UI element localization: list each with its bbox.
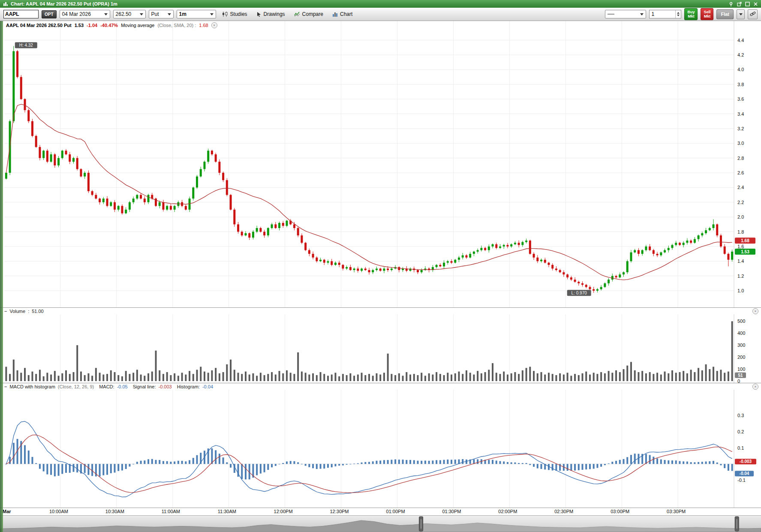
time-tick-label: 12:30PM — [330, 509, 349, 514]
time-tick-label: 10:00AM — [49, 509, 68, 514]
svg-text:0.1: 0.1 — [737, 445, 744, 451]
svg-text:L: 0.970: L: 0.970 — [572, 291, 587, 295]
svg-text:0: 0 — [737, 379, 740, 383]
macd-chart-canvas[interactable]: 0.30.20.1-0.1-0.003-0.04 — [0, 390, 761, 508]
time-tick-label: 01:30PM — [442, 509, 461, 514]
chevron-down-icon — [168, 13, 171, 15]
buy-mkt-button[interactable]: BuyMkt — [684, 8, 698, 20]
symbol-input[interactable] — [3, 10, 39, 18]
svg-text:3.2: 3.2 — [737, 126, 744, 131]
legend-study-name: Moving average — [121, 23, 154, 28]
collapse-volume-icon[interactable]: − — [4, 309, 7, 314]
svg-text:2.0: 2.0 — [737, 214, 744, 219]
title-bar[interactable]: Chart: AAPL 04 Mar 2026 262.50 Put (OPRA… — [0, 0, 761, 8]
put-call-select[interactable]: Put — [149, 10, 174, 18]
svg-text:1.6: 1.6 — [737, 244, 744, 249]
strike-select[interactable]: 262.50 — [113, 10, 146, 18]
time-tick-label: 10:30AM — [105, 509, 124, 514]
popout-icon[interactable] — [737, 1, 742, 7]
time-tick-label: 03:00PM — [611, 509, 629, 514]
link-windows-button[interactable] — [748, 9, 758, 19]
legend-study-params: (Close, SMA, 20) : — [157, 23, 196, 28]
timeframe-select[interactable]: 1m — [177, 10, 216, 18]
price-panel: AAPL 04 Mar 2026 262.50 Put 1.53 -1.04 -… — [0, 21, 761, 307]
signal-value: -0.003 — [159, 384, 172, 389]
pin-icon[interactable] — [728, 1, 734, 7]
time-tick-label: 02:30PM — [554, 509, 573, 514]
svg-text:3.4: 3.4 — [737, 111, 744, 117]
chevron-down-icon — [640, 13, 644, 15]
window-title: Chart: AAPL 04 Mar 2026 262.50 Put (OPRA… — [11, 1, 117, 6]
svg-text:-0.003: -0.003 — [740, 459, 752, 464]
time-axis: Mar10:00AM10:30AM11:00AM11:30AM12:00PM12… — [0, 508, 761, 515]
drawings-icon — [256, 12, 262, 17]
link-icon — [750, 11, 756, 17]
macd-params: (Close, 12, 26, 9) — [58, 384, 94, 389]
empty-selection-dash — [608, 14, 614, 15]
chart-window: Chart: AAPL 04 Mar 2026 262.50 Put (OPRA… — [0, 0, 761, 532]
svg-text:-0.04: -0.04 — [740, 471, 749, 476]
svg-text:2.6: 2.6 — [737, 170, 744, 175]
volume-panel-header: − Volume : 51.00 × — [0, 307, 761, 314]
more-orders-dropdown-button[interactable] — [737, 9, 745, 19]
maximize-icon[interactable] — [745, 1, 750, 7]
macd-panel-header: − MACD with histogram (Close, 12, 26, 9)… — [0, 383, 761, 390]
sell-mkt-button[interactable]: SellMkt — [701, 8, 713, 20]
legend-last-price: 1.53 — [75, 23, 84, 28]
time-tick-label: 11:30AM — [218, 509, 236, 514]
collapse-macd-icon[interactable]: − — [4, 384, 7, 389]
time-tick-label: 03:30PM — [667, 509, 686, 514]
time-tick-label: 11:00AM — [162, 509, 180, 514]
compare-button[interactable]: Compare — [291, 10, 326, 18]
time-tick-label: 12:00PM — [274, 509, 293, 514]
svg-text:1.53: 1.53 — [741, 249, 749, 254]
svg-text:1.8: 1.8 — [737, 229, 744, 234]
expiry-select[interactable]: 04 Mar 2026 — [60, 10, 110, 18]
spin-down-icon[interactable] — [677, 15, 680, 16]
overview-canvas[interactable] — [0, 516, 761, 532]
svg-text:0.2: 0.2 — [737, 429, 744, 434]
legend-study-value: 1.68 — [199, 23, 208, 28]
overview-scrollbar[interactable] — [0, 515, 761, 532]
svg-text:4.0: 4.0 — [737, 67, 744, 72]
price-chart-canvas[interactable]: 4.44.24.03.83.63.43.23.02.82.62.42.22.01… — [0, 21, 761, 307]
legend-change: -1.04 — [87, 23, 97, 28]
svg-text:51: 51 — [738, 373, 743, 378]
quantity-spin-buttons[interactable] — [675, 10, 681, 18]
svg-text:1.68: 1.68 — [741, 238, 749, 243]
svg-text:400: 400 — [737, 331, 745, 336]
quantity-input[interactable] — [650, 10, 675, 18]
signal-label: Signal line: — [133, 384, 156, 389]
volume-chart-canvas[interactable]: 010020030040050051 — [0, 314, 761, 383]
flat-button[interactable]: Flat — [716, 9, 734, 19]
svg-text:1.0: 1.0 — [737, 288, 744, 293]
time-tick-label: 01:00PM — [386, 509, 405, 514]
svg-text:4.2: 4.2 — [737, 52, 744, 57]
macd-label: MACD: — [99, 384, 114, 389]
studies-button[interactable]: Studies — [219, 10, 250, 18]
quantity-stepper[interactable] — [649, 10, 681, 18]
opt-button[interactable]: OPT — [42, 10, 57, 18]
close-macd-panel-icon[interactable]: × — [752, 384, 758, 390]
chevron-down-icon — [739, 13, 743, 15]
order-preset-select[interactable] — [605, 10, 646, 18]
svg-text:2.4: 2.4 — [737, 185, 744, 190]
svg-text:1.2: 1.2 — [737, 274, 744, 279]
chart-type-button[interactable]: Chart — [329, 10, 355, 18]
chevron-down-icon — [210, 13, 214, 15]
sma-line — [6, 104, 732, 280]
studies-icon — [222, 12, 228, 17]
legend-change-pct: -40.47% — [100, 23, 118, 28]
close-icon[interactable] — [753, 1, 758, 7]
chart-area: AAPL 04 Mar 2026 262.50 Put 1.53 -1.04 -… — [0, 21, 761, 532]
chart-legend: AAPL 04 Mar 2026 262.50 Put 1.53 -1.04 -… — [6, 22, 217, 28]
histogram-value: -0.04 — [202, 384, 213, 389]
remove-study-icon[interactable]: × — [211, 22, 217, 28]
spin-up-icon[interactable] — [677, 12, 680, 14]
drawings-button[interactable]: Drawings — [253, 10, 288, 18]
svg-text:100: 100 — [737, 367, 745, 372]
time-tick-label: 02:00PM — [498, 509, 517, 514]
legend-instrument: AAPL 04 Mar 2026 262.50 Put — [6, 23, 72, 28]
svg-text:200: 200 — [737, 355, 745, 360]
close-volume-panel-icon[interactable]: × — [752, 308, 758, 314]
